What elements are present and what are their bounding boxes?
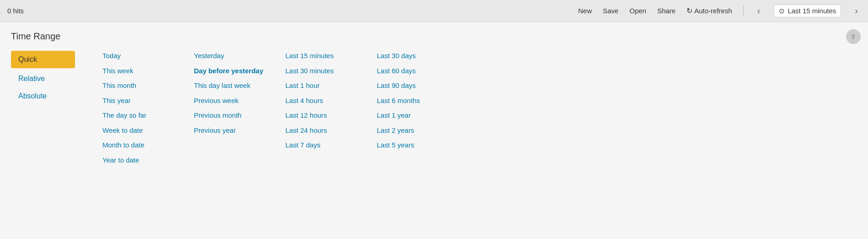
hits-count: 0 hits bbox=[7, 7, 24, 15]
quick-link-quick_col3-0[interactable]: Last 15 minutes bbox=[285, 51, 359, 61]
quick-link-quick_col3-6[interactable]: Last 7 days bbox=[285, 140, 359, 151]
quick-link-quick_col3-1[interactable]: Last 30 minutes bbox=[285, 66, 359, 76]
quick-link-quick_col1-0[interactable]: Today bbox=[102, 51, 176, 61]
quick-link-quick_col2-2[interactable]: This day last week bbox=[194, 81, 267, 91]
toolbar: 0 hits New Save Open Share ↻ Auto-refres… bbox=[0, 0, 868, 22]
quick-link-quick_col1-7[interactable]: Year to date bbox=[102, 155, 176, 166]
scroll-up-button[interactable]: ⇧ bbox=[846, 29, 861, 44]
refresh-icon: ↻ bbox=[686, 6, 692, 15]
quick-link-quick_col2-3[interactable]: Previous week bbox=[194, 96, 267, 106]
quick-link-quick_col1-1[interactable]: This week bbox=[102, 66, 176, 76]
quick-link-quick_col2-5[interactable]: Previous year bbox=[194, 125, 267, 136]
quick-link-quick_col3-3[interactable]: Last 4 hours bbox=[285, 96, 359, 106]
quick-link-quick_col1-3[interactable]: This year bbox=[102, 96, 176, 106]
quick-link-quick_col1-6[interactable]: Month to date bbox=[102, 140, 176, 151]
quick-col-3: Last 15 minutesLast 30 minutesLast 1 hou… bbox=[276, 51, 368, 165]
quick-link-quick_col4-4[interactable]: Last 1 year bbox=[377, 110, 450, 121]
quick-link-quick_col4-6[interactable]: Last 5 years bbox=[377, 140, 450, 151]
quick-link-quick_col1-5[interactable]: Week to date bbox=[102, 125, 176, 136]
quick-col-2: YesterdayDay before yesterdayThis day la… bbox=[185, 51, 276, 165]
toolbar-divider bbox=[743, 5, 744, 16]
quick-link-quick_col1-2[interactable]: This month bbox=[102, 81, 176, 91]
quick-link-quick_col4-0[interactable]: Last 30 days bbox=[377, 51, 450, 61]
quick-link-quick_col2-4[interactable]: Previous month bbox=[194, 110, 267, 121]
quick-nav-item[interactable]: Quick bbox=[11, 51, 75, 68]
open-button[interactable]: Open bbox=[629, 7, 646, 15]
quick-col-1: TodayThis weekThis monthThis yearThe day… bbox=[93, 51, 185, 165]
clock-icon: ⊙ bbox=[779, 7, 785, 15]
absolute-nav-item[interactable]: Absolute bbox=[11, 89, 86, 103]
quick-link-quick_col2-1[interactable]: Day before yesterday bbox=[194, 66, 267, 76]
left-nav: Quick Relative Absolute bbox=[11, 51, 93, 165]
quick-col-4: Last 30 daysLast 60 daysLast 90 daysLast… bbox=[368, 51, 459, 165]
toolbar-actions: New Save Open Share ↻ Auto-refresh ‹ ⊙ L… bbox=[578, 5, 861, 17]
quick-link-quick_col4-1[interactable]: Last 60 days bbox=[377, 66, 450, 76]
quick-link-quick_col3-2[interactable]: Last 1 hour bbox=[285, 81, 359, 91]
panel-body: Quick Relative Absolute TodayThis weekTh… bbox=[11, 51, 857, 165]
quick-link-quick_col4-5[interactable]: Last 2 years bbox=[377, 125, 450, 136]
auto-refresh-button[interactable]: ↻ Auto-refresh bbox=[686, 6, 732, 15]
quick-link-quick_col3-4[interactable]: Last 12 hours bbox=[285, 110, 359, 121]
share-button[interactable]: Share bbox=[657, 7, 675, 15]
quick-link-quick_col4-2[interactable]: Last 90 days bbox=[377, 81, 450, 91]
time-range-label: Last 15 minutes bbox=[788, 7, 836, 15]
quick-link-quick_col1-4[interactable]: The day so far bbox=[102, 110, 176, 121]
prev-time-button[interactable]: ‹ bbox=[755, 5, 763, 17]
quick-link-quick_col4-3[interactable]: Last 6 months bbox=[377, 96, 450, 106]
auto-refresh-label: Auto-refresh bbox=[694, 7, 732, 15]
relative-nav-item[interactable]: Relative bbox=[11, 72, 86, 86]
panel-title: Time Range bbox=[11, 31, 857, 42]
quick-link-quick_col3-5[interactable]: Last 24 hours bbox=[285, 125, 359, 136]
save-button[interactable]: Save bbox=[603, 7, 618, 15]
quick-options: TodayThis weekThis monthThis yearThe day… bbox=[93, 51, 857, 165]
time-range-picker[interactable]: ⊙ Last 15 minutes bbox=[774, 5, 841, 17]
panel-wrapper: Time Range Quick Relative Absolute Today… bbox=[0, 22, 868, 174]
quick-link-quick_col2-0[interactable]: Yesterday bbox=[194, 51, 267, 61]
next-time-button[interactable]: › bbox=[852, 5, 861, 17]
time-range-panel: Time Range Quick Relative Absolute Today… bbox=[0, 22, 868, 174]
new-button[interactable]: New bbox=[578, 7, 592, 15]
